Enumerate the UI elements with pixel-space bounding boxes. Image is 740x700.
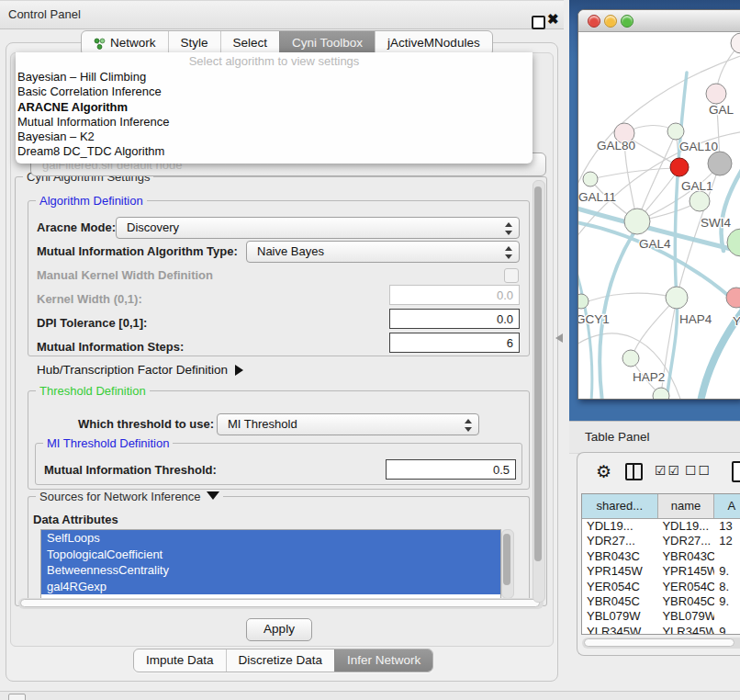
- select-all-checkboxes-icon[interactable]: ☑☑: [655, 463, 681, 478]
- stepper-arrows-icon: [505, 222, 512, 235]
- settings-horizontal-scrollbar-thumb[interactable]: [20, 599, 540, 607]
- bottom-tab-group: Impute DataDiscretize DataInfer Network: [133, 649, 433, 672]
- table-panel-title: Table Panel: [585, 430, 650, 444]
- which-threshold-select[interactable]: MI Threshold: [217, 413, 479, 435]
- control-panel-title: Control Panel: [8, 7, 81, 21]
- mi-steps-field[interactable]: 6: [389, 333, 520, 353]
- kernel-width-label: Kernel Width (0,1):: [37, 292, 142, 306]
- column-header[interactable]: A: [714, 494, 740, 518]
- node-label: GAL80: [597, 139, 635, 152]
- mi-threshold-definition-title: MI Threshold Definition: [43, 436, 173, 450]
- data-attributes-list[interactable]: SelfLoopsTopologicalCoefficientBetweenne…: [40, 529, 501, 599]
- settings-scrollbar-thumb[interactable]: [534, 186, 542, 561]
- aracne-mode-select[interactable]: Discovery: [116, 217, 520, 239]
- network-node[interactable]: [653, 388, 669, 400]
- algorithm-option[interactable]: Bayesian – K2: [16, 130, 533, 144]
- attributes-scrollbar-thumb[interactable]: [503, 534, 510, 585]
- minimize-traffic-light-icon[interactable]: [604, 15, 617, 28]
- node-label: HAP2: [633, 370, 665, 384]
- dpi-tolerance-label: DPI Tolerance [0,1]:: [37, 316, 147, 330]
- tab-infer-network[interactable]: Infer Network: [334, 649, 432, 672]
- network-node-hap2[interactable]: [622, 350, 639, 367]
- gear-icon[interactable]: ⚙: [596, 461, 611, 482]
- network-tab-icon: [94, 38, 106, 50]
- algorithm-option[interactable]: Dream8 DC_TDC Algorithm: [16, 144, 533, 159]
- network-node-gal1[interactable]: [690, 191, 710, 211]
- dock-panel-icon[interactable]: [8, 694, 26, 700]
- network-node-gal4[interactable]: [624, 209, 650, 234]
- attribute-item[interactable]: SelfLoops: [41, 530, 500, 547]
- table-horizontal-scrollbar-thumb[interactable]: [584, 638, 734, 647]
- mi-type-label: Mutual Information Algorithm Type:: [37, 244, 238, 258]
- network-canvas[interactable]: GALGAL80GAL10GAL1GAL11GAL4SWI4GCY1HAP4YH…: [578, 32, 740, 400]
- columns-icon[interactable]: [625, 463, 643, 480]
- deselect-all-checkboxes-icon[interactable]: ☐☐: [685, 463, 712, 478]
- sources-title[interactable]: Sources for Network Inference: [36, 490, 223, 503]
- network-node-gal10[interactable]: [667, 123, 684, 140]
- settings-horizontal-scrollbar[interactable]: [18, 598, 544, 609]
- attribute-item[interactable]: TopologicalCoefficient: [41, 547, 500, 563]
- network-node[interactable]: [708, 152, 732, 175]
- apply-button[interactable]: Apply: [246, 618, 312, 641]
- table-rows: YDL19...YDL19...13YDR27...YDR27...12YBR0…: [582, 519, 740, 635]
- tab-impute-data[interactable]: Impute Data: [134, 649, 226, 672]
- settings-scrollbar[interactable]: [533, 180, 545, 603]
- algorithm-option[interactable]: ARACNE Algorithm: [16, 100, 533, 115]
- close-panel-button[interactable]: ✖: [547, 11, 559, 28]
- zoom-traffic-light-icon[interactable]: [621, 15, 633, 28]
- table-horizontal-scrollbar[interactable]: [582, 638, 740, 649]
- node-label: SWI4: [701, 216, 731, 230]
- network-node-gal11[interactable]: [583, 172, 598, 186]
- application-window: GALGAL80GAL10GAL1GAL11GAL4SWI4GCY1HAP4YH…: [0, 0, 740, 700]
- hub-definition-expander[interactable]: Hub/Transcription Factor Definition: [37, 363, 243, 377]
- attribute-item[interactable]: gal4RGexp: [41, 579, 500, 595]
- node-label: HAP4: [679, 312, 712, 326]
- column-header[interactable]: shared...: [582, 494, 658, 518]
- aracne-mode-value: Discovery: [127, 220, 179, 234]
- mi-algorithm-type-select[interactable]: Naive Bayes: [246, 241, 520, 263]
- table-row[interactable]: YDL19...YDL19...13: [582, 519, 740, 534]
- algorithm-list: Bayesian – Hill ClimbingBasic Correlatio…: [16, 70, 533, 160]
- column-header[interactable]: name: [658, 494, 715, 518]
- manual-kernel-checkbox[interactable]: [504, 268, 519, 283]
- table-row[interactable]: YDR27...YDR27...12: [582, 534, 740, 548]
- threshold-definition-title: Threshold Definition: [36, 384, 150, 398]
- network-view-window: GALGAL80GAL10GAL1GAL11GAL4SWI4GCY1HAP4YH…: [577, 9, 740, 400]
- table-row[interactable]: YPR145WYPR145W9.: [582, 564, 740, 579]
- float-window-button[interactable]: [532, 16, 545, 29]
- control-panel-titlebar: Control Panel ✖: [0, 0, 564, 29]
- network-node-gal[interactable]: [706, 84, 726, 104]
- algorithm-placeholder: Select algorithm to view settings: [16, 52, 533, 70]
- algorithm-option[interactable]: Basic Correlation Inference: [16, 85, 533, 99]
- table-row[interactable]: YBL079WYBL079W: [582, 609, 740, 624]
- table-row[interactable]: YBR043CYBR043C: [582, 549, 740, 564]
- new-table-icon[interactable]: [732, 461, 740, 482]
- network-window-titlebar[interactable]: [578, 10, 740, 32]
- table-panel-titlebar: Table Panel: [569, 421, 740, 454]
- table-row[interactable]: YLR345WYLR345W9.: [582, 625, 740, 635]
- attributes-scrollbar[interactable]: [501, 529, 514, 599]
- network-node[interactable]: [731, 33, 740, 53]
- kernel-width-field[interactable]: 0.0: [389, 285, 520, 305]
- network-node-hap4[interactable]: [666, 287, 688, 309]
- attribute-item[interactable]: BetweennessCentrality: [41, 562, 500, 579]
- network-edges-thick: [578, 73, 740, 400]
- algorithm-option[interactable]: Bayesian – Hill Climbing: [16, 70, 533, 85]
- which-threshold-value: MI Threshold: [228, 417, 297, 431]
- node-label: Y: [733, 314, 740, 328]
- mi-threshold-field[interactable]: 0.5: [386, 459, 516, 480]
- table-row[interactable]: YBR045CYBR045C9.: [582, 594, 740, 609]
- network-node-y[interactable]: [726, 288, 740, 308]
- table-row[interactable]: YER054CYER054C8.: [582, 580, 740, 594]
- dpi-tolerance-field[interactable]: 0.0: [389, 309, 520, 329]
- splitter-collapse-icon[interactable]: [555, 333, 563, 343]
- aracne-mode-label: Aracne Mode:: [37, 220, 116, 234]
- which-threshold-label: Which threshold to use:: [78, 417, 214, 431]
- algorithm-option[interactable]: Mutual Information Inference: [16, 115, 533, 130]
- close-traffic-light-icon[interactable]: [588, 15, 600, 28]
- network-node[interactable]: [670, 158, 689, 176]
- network-node-swi4[interactable]: [727, 229, 740, 256]
- tab-discretize-data[interactable]: Discretize Data: [226, 649, 335, 672]
- collapse-down-icon: [207, 491, 219, 500]
- network-node-gcy1[interactable]: [578, 294, 589, 309]
